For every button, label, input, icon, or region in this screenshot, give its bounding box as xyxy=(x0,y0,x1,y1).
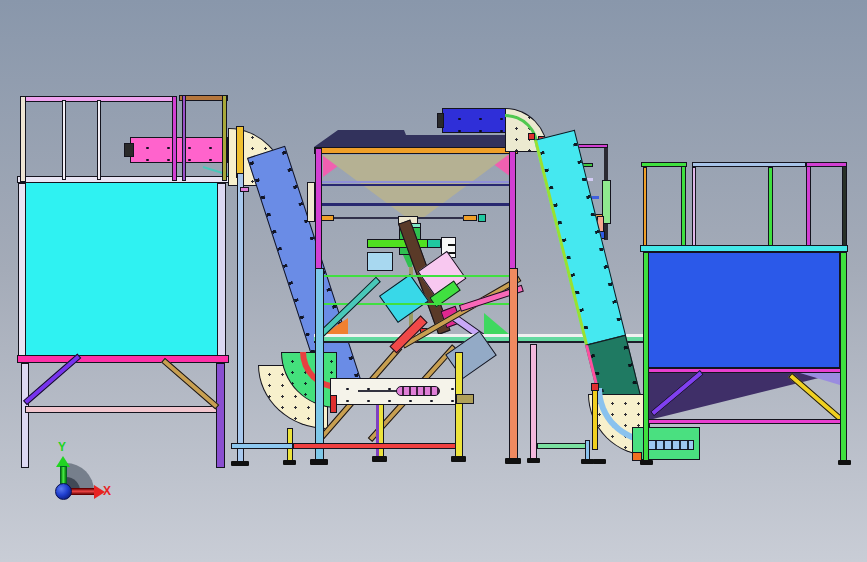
frame-orange-block-right xyxy=(463,215,477,221)
rail-light-blue xyxy=(231,443,293,449)
rod-red-cap xyxy=(591,383,599,391)
red-vert-part xyxy=(330,395,337,413)
frame-post-left-upper[interactable] xyxy=(315,148,322,270)
rail-green-small xyxy=(537,443,589,449)
foot xyxy=(310,459,328,465)
pink-conveyor-motor-cap[interactable] xyxy=(124,143,134,157)
light-blue-box[interactable] xyxy=(367,252,393,271)
curve-leg xyxy=(585,440,590,460)
foot xyxy=(838,460,851,465)
left-curve-yellow-post[interactable] xyxy=(236,126,244,178)
left-guard-post-3 xyxy=(97,100,101,180)
left-platform-leg-right[interactable] xyxy=(216,363,225,468)
pole-foot xyxy=(231,461,249,466)
left-platform-tank-panel[interactable] xyxy=(20,181,225,356)
left-platform-magenta-band[interactable] xyxy=(17,355,229,363)
right-leg-green-right[interactable] xyxy=(840,252,847,462)
thin-green-line-1 xyxy=(322,275,512,277)
left-guard-post-6 xyxy=(222,95,227,181)
frame-rail-lavender xyxy=(320,181,512,183)
y-axis-label: Y xyxy=(58,441,66,453)
left-platform-deck-trim[interactable] xyxy=(17,176,229,183)
left-platform-lower-rail[interactable] xyxy=(25,406,217,413)
frame-rail-navy xyxy=(320,184,512,186)
top-head-conveyor[interactable] xyxy=(442,108,506,133)
top-head-motor-cap xyxy=(437,113,444,128)
foot xyxy=(593,459,606,464)
rail-red xyxy=(293,443,456,449)
right-guard-post-green-b xyxy=(768,167,773,246)
triad-origin-sphere[interactable] xyxy=(55,483,72,500)
discharge-slats xyxy=(648,440,694,450)
incline-support-pole[interactable] xyxy=(237,173,244,463)
auger-screw[interactable] xyxy=(396,386,440,396)
yellow-rod xyxy=(592,390,598,450)
left-guard-post-1 xyxy=(20,96,26,182)
left-guardrail-brown[interactable] xyxy=(179,95,228,101)
frame-orange-beam[interactable] xyxy=(314,147,518,154)
right-platform-deck-cyan[interactable] xyxy=(640,245,848,252)
right-leg-green-left[interactable] xyxy=(643,252,649,462)
frame-post-right-lower[interactable] xyxy=(509,268,518,460)
teal-bar-end xyxy=(427,239,441,248)
left-guard-post-2 xyxy=(62,100,66,180)
foot xyxy=(527,458,540,463)
right-guard-post-dark xyxy=(842,166,847,246)
frame-post-right-upper[interactable] xyxy=(509,148,516,270)
leg-yellow-mid xyxy=(455,352,463,458)
x-axis-shaft[interactable] xyxy=(69,488,95,495)
right-guard-post-green-a xyxy=(681,166,686,246)
right-platform-blue-panel[interactable] xyxy=(646,252,840,368)
frame-rail-dark xyxy=(320,203,514,206)
foot xyxy=(505,458,521,464)
left-platform-leg-left[interactable] xyxy=(21,363,29,468)
frame-orange-block-left xyxy=(320,215,334,221)
x-axis-label: X xyxy=(103,485,111,497)
left-guard-post-4 xyxy=(172,96,177,181)
frame-post-left-lower[interactable] xyxy=(315,268,324,460)
right-rail-magenta-bottom xyxy=(643,419,847,424)
right-guard-post-orange xyxy=(643,167,647,246)
right-guard-post-lavender xyxy=(692,167,696,246)
cad-viewport[interactable]: Y X xyxy=(0,0,867,562)
auger-shaft xyxy=(358,390,398,392)
pink-feed-conveyor[interactable] xyxy=(130,137,228,163)
left-platform-frame-right xyxy=(217,183,226,356)
tan-end-block xyxy=(456,394,474,404)
frame-teal-block xyxy=(478,214,486,222)
pole-pink-clamp xyxy=(240,187,249,192)
right-rail-magenta-top xyxy=(643,368,847,373)
right-guard-post-magenta xyxy=(806,166,811,246)
leg-pink xyxy=(530,344,537,460)
foot xyxy=(451,456,466,462)
right-guard-rail-lightblue[interactable] xyxy=(692,162,806,167)
frame-hopper-funnel[interactable] xyxy=(322,155,508,217)
foot xyxy=(372,456,387,462)
foot xyxy=(283,460,296,465)
right-incline-conveyor-upper[interactable] xyxy=(534,130,626,346)
left-platform-frame-left xyxy=(18,183,26,356)
foot xyxy=(640,460,653,465)
frame-cream-panel xyxy=(307,182,315,222)
left-guard-post-5 xyxy=(182,95,186,181)
right-guard-rail-magenta[interactable] xyxy=(806,162,847,167)
deck-green-gusset xyxy=(484,313,510,335)
left-platform-brace-tan[interactable] xyxy=(161,358,219,410)
